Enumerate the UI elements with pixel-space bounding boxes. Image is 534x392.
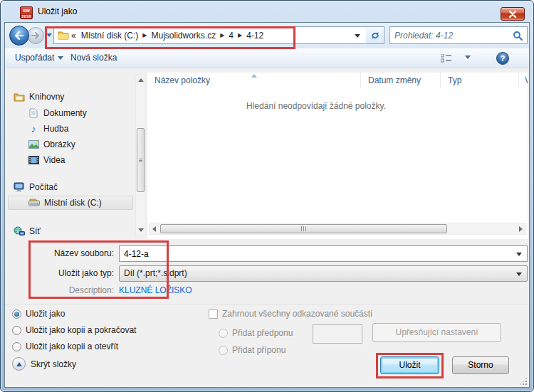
include-referenced-checkbox[interactable] bbox=[209, 309, 218, 319]
scroll-right-icon[interactable] bbox=[519, 226, 523, 232]
help-button[interactable]: ? bbox=[496, 52, 509, 65]
search-box bbox=[389, 26, 528, 44]
navigation-pane: Knihovny Dokumenty ♪ Hudba Obrázky bbox=[8, 73, 135, 238]
computer-icon bbox=[14, 181, 25, 193]
sidebar-item-pictures[interactable]: Obrázky bbox=[8, 137, 133, 152]
breadcrumb-separator-icon[interactable]: ▶ bbox=[219, 32, 226, 38]
solidworks-2016-icon: SW 2016 bbox=[20, 6, 33, 19]
column-header-name[interactable]: Název položky bbox=[147, 73, 361, 88]
resize-grip[interactable] bbox=[520, 378, 527, 385]
filename-dropdown-icon[interactable] bbox=[516, 253, 522, 256]
music-icon: ♪ bbox=[28, 123, 39, 134]
save-copy-open-radio-row[interactable]: Uložit jako kopii a otevřít bbox=[12, 341, 118, 352]
save-as-radio[interactable] bbox=[12, 309, 21, 319]
back-arrow-icon bbox=[14, 31, 24, 40]
views-dropdown-icon[interactable] bbox=[465, 55, 471, 59]
sort-ascending-icon bbox=[251, 74, 257, 78]
sidebar-item-network[interactable]: Síť bbox=[8, 224, 133, 238]
footer-separator bbox=[5, 304, 529, 304]
filename-input[interactable] bbox=[124, 248, 508, 260]
description-label: Description: bbox=[30, 285, 114, 295]
refresh-button[interactable] bbox=[366, 26, 384, 44]
new-folder-button[interactable]: Nová složka bbox=[70, 53, 117, 63]
libraries-folder-icon bbox=[14, 91, 25, 102]
hide-folders-button[interactable]: Skrýt složky bbox=[12, 357, 76, 371]
add-suffix-radio[interactable] bbox=[219, 346, 228, 355]
scroll-up-icon[interactable] bbox=[138, 78, 144, 82]
description-value: KLUZNÉ LOŽISKO bbox=[119, 285, 192, 295]
save-copy-open-radio[interactable] bbox=[12, 342, 21, 351]
address-dropdown-icon[interactable] bbox=[355, 34, 360, 38]
sidebar-scrollbar-thumb[interactable] bbox=[137, 128, 145, 192]
filename-combobox bbox=[119, 245, 528, 262]
type-dropdown-icon bbox=[516, 272, 522, 276]
file-list: Název položky Datum změny Typ Vel Hledán… bbox=[147, 73, 528, 239]
breadcrumb-item-4-12[interactable]: 4-12 bbox=[244, 31, 266, 41]
search-input[interactable] bbox=[394, 28, 508, 43]
breadcrumb-item-drive[interactable]: Místní disk (C:) bbox=[78, 31, 142, 41]
save-copy-continue-radio-row[interactable]: Uložit jako kopii a pokračovat bbox=[12, 324, 136, 336]
save-button[interactable]: Uložit bbox=[380, 356, 439, 374]
sidebar-item-computer[interactable]: Počítač bbox=[8, 180, 133, 194]
breadcrumb-item-site[interactable]: Mujsolidworks.cz bbox=[149, 31, 219, 41]
views-button[interactable] bbox=[441, 54, 452, 63]
prefix-suffix-input[interactable] bbox=[313, 324, 362, 344]
window-title: Uložit jako bbox=[38, 6, 77, 16]
forward-arrow-icon bbox=[31, 32, 40, 39]
hard-disk-icon bbox=[28, 197, 40, 208]
list-view-icon bbox=[441, 54, 452, 63]
save-as-radio-row[interactable]: Uložit jako bbox=[12, 308, 65, 319]
save-copy-continue-radio[interactable] bbox=[12, 326, 21, 335]
column-header-type[interactable]: Typ bbox=[441, 73, 519, 88]
save-as-dialog: SW 2016 Uložit jako bbox=[0, 0, 534, 392]
column-headers: Název položky Datum změny Typ Vel bbox=[147, 73, 528, 88]
sidebar-item-videos[interactable]: Videa bbox=[8, 153, 133, 167]
add-suffix-radio-row[interactable]: Přidat příponu bbox=[219, 344, 286, 356]
cancel-button[interactable]: Storno bbox=[452, 356, 509, 374]
folder-icon bbox=[58, 30, 69, 41]
sidebar-scrollbar[interactable] bbox=[135, 74, 146, 236]
scroll-down-icon[interactable] bbox=[138, 228, 144, 232]
back-button[interactable] bbox=[9, 26, 29, 46]
sidebar-item-documents[interactable]: Dokumenty bbox=[8, 106, 133, 120]
recent-locations-dropdown-icon[interactable] bbox=[46, 33, 52, 37]
organize-button[interactable]: Uspořádat bbox=[15, 53, 63, 63]
refresh-icon bbox=[370, 31, 380, 41]
network-icon bbox=[14, 226, 25, 237]
empty-results-message: Hledání neodpovídají žádné položky. bbox=[147, 101, 485, 111]
filename-label: Název souboru: bbox=[30, 248, 114, 258]
breadcrumb-separator-icon[interactable]: ▶ bbox=[141, 32, 148, 38]
breadcrumb-collapsed-marker[interactable]: « bbox=[69, 31, 78, 41]
pictures-icon bbox=[28, 139, 39, 150]
column-header-size[interactable]: Vel bbox=[519, 73, 528, 88]
close-button[interactable] bbox=[501, 7, 525, 21]
save-as-type-combobox[interactable]: Díl (*.prt;*.sldprt) bbox=[119, 265, 528, 282]
horizontal-scrollbar-thumb[interactable] bbox=[160, 224, 447, 233]
save-as-type-label: Uložit jako typ: bbox=[30, 268, 114, 278]
breadcrumb-separator-icon[interactable]: ▶ bbox=[236, 32, 244, 38]
add-prefix-radio-row[interactable]: Přidat předponu bbox=[219, 327, 293, 339]
chevron-down-icon bbox=[58, 56, 63, 60]
sidebar-item-local-disk-c[interactable]: Místní disk (C:) bbox=[8, 196, 133, 210]
close-icon bbox=[507, 11, 518, 18]
search-icon[interactable] bbox=[513, 31, 523, 41]
address-bar[interactable]: « Místní disk (C:) ▶ Mujsolidworks.cz ▶ … bbox=[53, 26, 367, 44]
document-icon bbox=[28, 107, 39, 119]
breadcrumb-item-4[interactable]: 4 bbox=[226, 31, 236, 41]
forward-button[interactable] bbox=[27, 27, 44, 44]
video-icon bbox=[28, 154, 39, 166]
advanced-settings-button[interactable]: Upřesňující nastavení bbox=[372, 323, 501, 342]
add-prefix-radio[interactable] bbox=[219, 329, 228, 338]
scroll-left-icon[interactable] bbox=[152, 226, 156, 232]
sidebar-item-music[interactable]: ♪ Hudba bbox=[8, 122, 133, 136]
command-bar: Uspořádat Nová složka ? bbox=[5, 48, 529, 68]
chevron-up-icon bbox=[12, 357, 26, 371]
title-bar[interactable]: SW 2016 Uložit jako bbox=[1, 1, 533, 22]
sidebar-item-libraries[interactable]: Knihovny bbox=[8, 90, 133, 104]
help-icon: ? bbox=[501, 54, 506, 63]
dialog-body: « Místní disk (C:) ▶ Mujsolidworks.cz ▶ … bbox=[4, 22, 530, 388]
include-referenced-checkbox-row[interactable]: Zahrnout všechny odkazované součásti bbox=[209, 308, 372, 319]
horizontal-scrollbar[interactable] bbox=[149, 223, 526, 235]
column-header-date-modified[interactable]: Datum změny bbox=[361, 73, 441, 88]
navigation-bar: « Místní disk (C:) ▶ Mujsolidworks.cz ▶ … bbox=[5, 23, 529, 48]
